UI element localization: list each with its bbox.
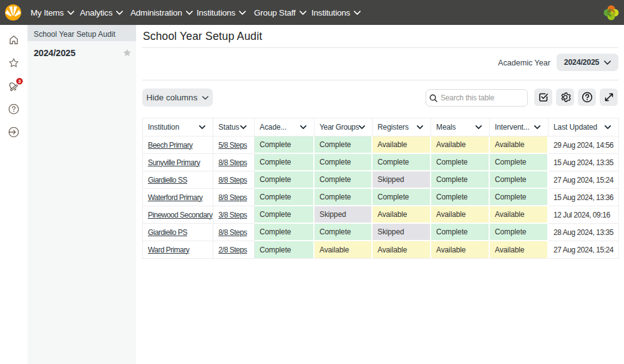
svg-text:3: 3 (18, 79, 21, 84)
